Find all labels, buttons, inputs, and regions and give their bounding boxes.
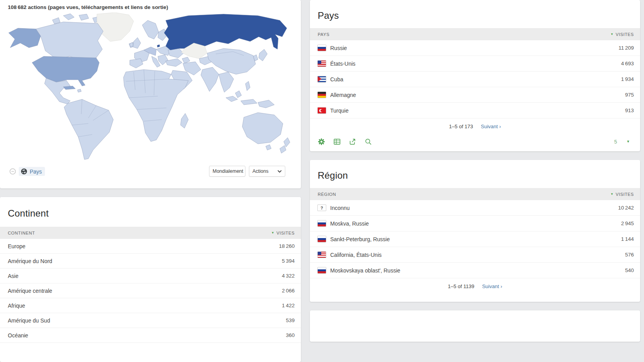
sort-desc-icon: ▼	[610, 33, 614, 36]
table-row[interactable]: Asie 4 322	[0, 269, 301, 283]
table-row[interactable]: Amérique centrale 2 066	[0, 283, 301, 298]
row-label: Turquie	[330, 108, 349, 114]
pays-dimension-header[interactable]: PAYS	[318, 32, 329, 37]
flag-icon	[318, 205, 326, 211]
row-value: 540	[625, 267, 634, 273]
table-row[interactable]: Russie 11 209	[310, 40, 640, 56]
row-limit-value: 5	[614, 139, 617, 145]
flag-icon	[318, 108, 326, 113]
pays-table-header: PAYS ▼ VISITES	[310, 28, 640, 40]
world-choropleth-map[interactable]	[5, 13, 295, 160]
table-row[interactable]: Moskovskaya oblast', Russie 540	[310, 263, 640, 278]
row-label: Inconnu	[330, 205, 350, 211]
row-label: California, États-Unis	[330, 252, 382, 258]
row-value: 10 242	[618, 205, 634, 211]
row-value: 913	[625, 108, 634, 113]
gear-icon[interactable]	[318, 138, 325, 145]
row-label: Moskovskaya oblast', Russie	[330, 267, 400, 274]
row-limit-select[interactable]: 5 ▼	[614, 139, 630, 145]
row-label: Amérique du Nord	[8, 258, 52, 264]
map-breadcrumb-bar: Pays	[9, 167, 45, 176]
flag-icon	[318, 220, 326, 226]
pays-visites-sort-header[interactable]: ▼ VISITES	[610, 32, 634, 37]
search-icon[interactable]	[365, 138, 372, 145]
map-region-select-value: Mondialement	[213, 168, 243, 174]
region-table-body: Inconnu 10 242 Moskva, Russie 2 945 Sank…	[310, 200, 640, 278]
continent-widget: Continent CONTINENT ▼ VISITES Europe 18 …	[0, 197, 301, 362]
table-row[interactable]: Sankt-Peterburg, Russie 1 144	[310, 231, 640, 247]
row-value: 2 066	[282, 288, 295, 294]
next-page-link[interactable]: Suivant ›	[481, 124, 501, 129]
continent-widget-title: Continent	[0, 197, 301, 227]
row-label: Amérique centrale	[8, 288, 52, 294]
breadcrumb-label: Pays	[30, 168, 42, 175]
region-visites-sort-header[interactable]: ▼ VISITES	[610, 192, 634, 197]
zoom-out-icon[interactable]	[9, 168, 16, 175]
region-widget: Région RÉGION ▼ VISITES Inconnu 10 242 M…	[310, 160, 640, 302]
table-row[interactable]: Océanie 360	[0, 328, 301, 343]
region-pagination: 1–5 of 1139 Suivant ›	[310, 278, 640, 292]
next-widget-partial	[310, 310, 640, 342]
sort-desc-icon: ▼	[271, 231, 275, 235]
row-label: Océanie	[8, 332, 28, 339]
row-label: Afrique	[8, 303, 25, 309]
left-column: 108 682 actions (pages vues, téléchargem…	[0, 0, 301, 362]
table-row[interactable]: Amérique du Sud 539	[0, 313, 301, 328]
map-metric-select-value: Actions	[252, 168, 268, 174]
flag-icon	[318, 45, 326, 51]
table-row[interactable]: Turquie 913	[310, 103, 640, 118]
right-column: Pays PAYS ▼ VISITES Russie 11 209 États-…	[310, 0, 640, 362]
row-label: Cuba	[330, 76, 343, 82]
continent-visites-sort-header[interactable]: ▼ VISITES	[271, 231, 295, 235]
pagination-range: 1–5 of 1139	[448, 283, 474, 289]
visitor-map-widget: 108 682 actions (pages vues, téléchargem…	[0, 0, 301, 188]
continent-dimension-header[interactable]: CONTINENT	[8, 231, 35, 235]
continent-metric-header-label: VISITES	[277, 231, 295, 235]
table-row[interactable]: Allemagne 975	[310, 87, 640, 103]
region-widget-title: Région	[310, 160, 640, 188]
pays-widget-footer: 5 ▼	[310, 132, 640, 151]
table-row[interactable]: Inconnu 10 242	[310, 200, 640, 216]
row-value: 4 322	[282, 273, 295, 279]
row-value: 1 934	[621, 76, 634, 82]
pays-widget: Pays PAYS ▼ VISITES Russie 11 209 États-…	[310, 0, 640, 151]
flag-icon	[318, 267, 326, 273]
row-label: Amérique du Sud	[8, 317, 50, 324]
row-label: États-Unis	[330, 61, 356, 67]
map-country-russia	[164, 14, 287, 50]
pays-table-body: Russie 11 209 États-Unis 4 693 Cuba 1 93…	[310, 40, 640, 118]
table-row[interactable]: Amérique du Nord 5 394	[0, 254, 301, 269]
export-icon[interactable]	[349, 138, 356, 145]
table-row[interactable]: Europe 18 260	[0, 239, 301, 254]
table-row[interactable]: Moskva, Russie 2 945	[310, 216, 640, 231]
row-value: 1 422	[282, 303, 295, 308]
row-label: Russie	[330, 45, 347, 51]
row-value: 360	[286, 332, 295, 338]
table-view-icon[interactable]	[333, 138, 341, 145]
row-label: Sankt-Peterburg, Russie	[330, 236, 390, 242]
table-row[interactable]: California, États-Unis 576	[310, 247, 640, 263]
row-value: 1 144	[621, 236, 634, 242]
continent-table-body: Europe 18 260 Amérique du Nord 5 394 Asi…	[0, 239, 301, 343]
pagination-range: 1–5 of 173	[449, 124, 473, 129]
continent-table-header: CONTINENT ▼ VISITES	[0, 227, 301, 239]
sort-desc-icon: ▼	[610, 193, 614, 196]
table-row[interactable]: États-Unis 4 693	[310, 56, 640, 72]
map-metric-select[interactable]: Actions	[249, 166, 285, 177]
map-breadcrumb-pays[interactable]: Pays	[19, 167, 45, 176]
row-value: 576	[625, 252, 634, 258]
pays-pagination: 1–5 of 173 Suivant ›	[310, 118, 640, 132]
flag-icon	[318, 92, 326, 98]
table-row[interactable]: Afrique 1 422	[0, 298, 301, 313]
row-value: 539	[286, 317, 295, 323]
dropdown-triangle-icon: ▼	[626, 140, 630, 143]
row-label: Asie	[8, 273, 18, 279]
region-metric-header-label: VISITES	[616, 192, 634, 197]
row-value: 4 693	[621, 61, 634, 66]
next-page-link[interactable]: Suivant ›	[482, 283, 502, 289]
map-region-select[interactable]: Mondialement	[209, 166, 245, 177]
table-row[interactable]: Cuba 1 934	[310, 72, 640, 87]
region-dimension-header[interactable]: RÉGION	[318, 192, 336, 197]
map-country-greenland	[97, 13, 134, 41]
row-value: 11 209	[619, 45, 634, 51]
